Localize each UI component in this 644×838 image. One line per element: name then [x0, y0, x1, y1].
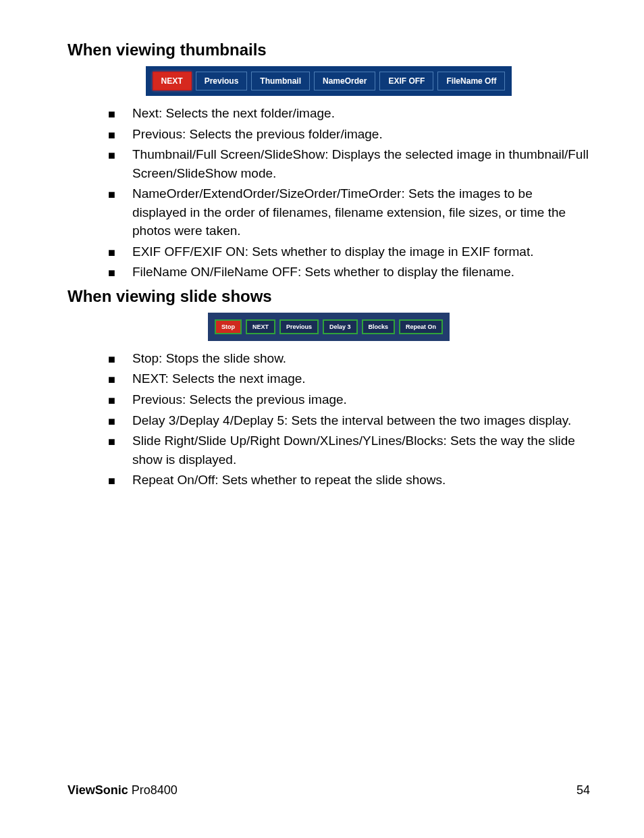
previous-button-slide[interactable]: Previous	[279, 319, 319, 334]
list-item: Repeat On/Off: Sets whether to repeat th…	[108, 471, 590, 490]
section2-list: Stop: Stops the slide show. NEXT: Select…	[68, 349, 590, 490]
section1-heading: When viewing thumbnails	[68, 41, 590, 59]
repeat-on-button[interactable]: Repeat On	[399, 319, 443, 334]
nameorder-button[interactable]: NameOrder	[314, 72, 375, 90]
previous-button[interactable]: Previous	[196, 72, 248, 90]
list-item: Previous: Selects the previous folder/im…	[108, 125, 590, 144]
filename-off-button[interactable]: FileName Off	[437, 72, 505, 90]
page-number: 54	[576, 783, 590, 797]
list-item: Next: Selects the next folder/image.	[108, 104, 590, 123]
stop-button[interactable]: Stop	[215, 319, 242, 334]
toolbar-thumbnails-wrap: NEXT Previous Thumbnail NameOrder EXIF O…	[68, 66, 590, 96]
next-button[interactable]: NEXT	[153, 72, 192, 90]
thumbnail-button[interactable]: Thumbnail	[251, 72, 310, 90]
list-item: Previous: Selects the previous image.	[108, 390, 590, 409]
footer-brand-model: ViewSonic Pro8400	[68, 783, 178, 797]
list-item: NEXT: Selects the next image.	[108, 369, 590, 388]
next-button-slide[interactable]: NEXT	[246, 319, 275, 334]
section1-list: Next: Selects the next folder/image. Pre…	[68, 104, 590, 282]
toolbar-thumbnails: NEXT Previous Thumbnail NameOrder EXIF O…	[146, 66, 512, 96]
list-item: NameOrder/ExtendOrder/SizeOrder/TimeOrde…	[108, 184, 590, 240]
section2-heading: When viewing slide shows	[68, 287, 590, 306]
list-item: Thumbnail/Full Screen/SlideShow: Display…	[108, 145, 590, 182]
list-item: Slide Right/Slide Up/Right Down/XLines/Y…	[108, 431, 590, 469]
blocks-button[interactable]: Blocks	[362, 319, 396, 334]
delay3-button[interactable]: Delay 3	[323, 319, 358, 334]
toolbar-slideshow: Stop NEXT Previous Delay 3 Blocks Repeat…	[208, 313, 450, 341]
page-footer: ViewSonic Pro8400 54	[68, 783, 590, 797]
footer-model-text: Pro8400	[132, 783, 178, 797]
list-item: Stop: Stops the slide show.	[108, 349, 590, 368]
list-item: FileName ON/FileName OFF: Sets whether t…	[108, 263, 590, 282]
list-item: Delay 3/Deplay 4/Deplay 5: Sets the inte…	[108, 411, 590, 430]
toolbar-slideshow-wrap: Stop NEXT Previous Delay 3 Blocks Repeat…	[68, 313, 590, 341]
exif-off-button[interactable]: EXIF OFF	[379, 72, 433, 90]
footer-brand: ViewSonic	[68, 783, 128, 797]
list-item: EXIF OFF/EXIF ON: Sets whether to displa…	[108, 242, 590, 261]
